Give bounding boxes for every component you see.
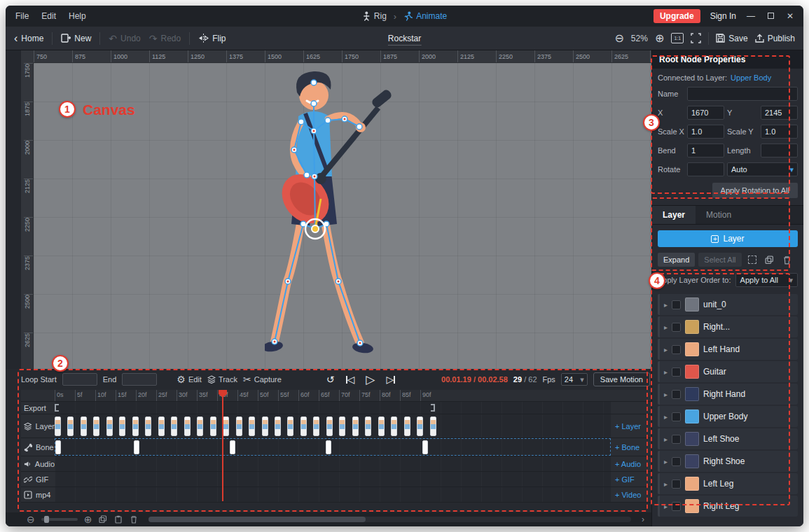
chevron-right-icon[interactable]: ▸ <box>664 391 668 398</box>
reset-button[interactable]: ↺ <box>326 374 335 384</box>
layer-keyframe[interactable] <box>300 416 307 436</box>
add-video-track-button[interactable]: + Video <box>615 491 641 499</box>
duplicate-frame-button[interactable] <box>98 515 107 524</box>
x-input[interactable] <box>687 106 724 120</box>
layer-keyframe[interactable] <box>184 416 191 436</box>
layer-keyframe[interactable] <box>119 416 125 436</box>
save-motion-button[interactable]: Save Motion <box>593 372 650 386</box>
layer-keyframe[interactable] <box>430 416 436 436</box>
layer-keyframe[interactable] <box>67 416 74 436</box>
tab-motion[interactable]: Motion <box>696 206 742 224</box>
play-button[interactable]: ▷ <box>366 374 375 386</box>
layer-keyframe[interactable] <box>352 416 359 436</box>
actual-size-button[interactable]: 1:1 <box>671 33 684 43</box>
bone-keyframe[interactable] <box>134 440 139 454</box>
upgrade-button[interactable]: Upgrade <box>654 9 700 23</box>
scale-y-input[interactable] <box>761 125 798 139</box>
delete-frame-button[interactable] <box>129 515 138 524</box>
rig-mode-button[interactable]: Rig <box>362 11 387 21</box>
chevron-right-icon[interactable]: ▸ <box>664 301 668 309</box>
layer-keyframe[interactable] <box>378 416 385 436</box>
new-button[interactable]: New <box>61 34 91 43</box>
bend-input[interactable] <box>687 144 724 158</box>
capture-button[interactable]: ✂ Capture <box>243 374 282 384</box>
zoom-slider-thumb[interactable] <box>44 516 49 523</box>
fullscreen-button[interactable] <box>691 33 701 43</box>
layer-checkbox[interactable] <box>672 457 681 466</box>
minimize-button[interactable]: — <box>746 11 756 21</box>
layer-keyframe[interactable] <box>171 416 177 436</box>
layer-row[interactable]: ▸ Left Leg <box>658 473 798 494</box>
export-track[interactable] <box>55 402 611 414</box>
playhead-line[interactable] <box>222 390 223 501</box>
layer-row[interactable]: ▸ Right... <box>658 316 798 337</box>
add-audio-track-button[interactable]: + Audio <box>615 460 641 468</box>
layer-keyframe[interactable] <box>287 416 293 436</box>
layer-row[interactable]: ▸ Right Shoe <box>658 451 798 472</box>
bone-keyframe[interactable] <box>55 440 61 454</box>
layer-checkbox[interactable] <box>672 345 681 354</box>
drag-handle[interactable] <box>658 451 660 472</box>
edit-button[interactable]: ⚙ Edit <box>177 374 202 384</box>
layer-checkbox[interactable] <box>672 435 681 444</box>
gif-track[interactable] <box>55 472 611 486</box>
copy-layer-button[interactable] <box>763 253 777 267</box>
drag-handle[interactable] <box>658 316 660 337</box>
add-bone-track-button[interactable]: + Bone <box>615 443 639 451</box>
chevron-right-icon[interactable]: ▸ <box>664 503 668 510</box>
export-range-start-handle[interactable] <box>55 404 59 412</box>
menu-item[interactable]: File <box>15 11 29 21</box>
expand-button[interactable]: Expand <box>658 253 695 267</box>
zoom-in-button[interactable]: ⊕ <box>655 33 664 44</box>
scale-x-input[interactable] <box>687 125 724 139</box>
bone-keyframe[interactable] <box>230 440 235 454</box>
layer-track[interactable] <box>55 414 611 438</box>
apply-rotation-button[interactable]: Apply Rotation to All <box>712 183 798 198</box>
timeline-horizontal-scrollbar[interactable] <box>148 517 631 522</box>
canvas-grid[interactable] <box>34 63 651 369</box>
audio-track[interactable] <box>55 456 611 471</box>
drag-handle[interactable] <box>658 496 660 517</box>
mp4-track[interactable] <box>55 487 611 502</box>
name-input[interactable] <box>687 87 798 101</box>
layer-row[interactable]: ▸ Left Hand <box>658 339 798 360</box>
layer-keyframe[interactable] <box>145 416 151 436</box>
layer-keyframe[interactable] <box>158 416 165 436</box>
drag-handle[interactable] <box>658 294 660 315</box>
drag-handle[interactable] <box>658 428 660 449</box>
scrollbar-thumb[interactable] <box>148 517 366 522</box>
layer-checkbox[interactable] <box>672 300 681 309</box>
layer-keyframe[interactable] <box>210 416 216 436</box>
add-gif-track-button[interactable]: + GIF <box>615 475 635 484</box>
home-button[interactable]: ‹ Home <box>14 33 43 44</box>
layer-keyframe[interactable] <box>223 416 229 436</box>
layer-row[interactable]: ▸ Right Hand <box>658 384 798 405</box>
layer-row[interactable]: ▸ Left Shoe <box>658 428 798 449</box>
timeline-zoom-out-button[interactable]: ⊖ <box>27 514 35 524</box>
canvas-area[interactable]: 7508751000112512501375150016251750187520… <box>21 50 651 369</box>
select-all-button[interactable]: Select All <box>698 253 741 267</box>
connected-layer-value[interactable]: Upper Body <box>731 74 771 82</box>
bone-keyframe[interactable] <box>326 440 331 454</box>
chevron-right-icon[interactable]: ▸ <box>664 346 668 354</box>
layer-checkbox[interactable] <box>672 502 681 511</box>
flip-button[interactable]: Flip <box>198 34 226 43</box>
scroll-right-arrow[interactable]: › <box>642 514 644 524</box>
layer-checkbox[interactable] <box>672 479 681 489</box>
layer-keyframe[interactable] <box>365 416 371 436</box>
layer-keyframe[interactable] <box>391 416 397 436</box>
chevron-right-icon[interactable]: ▸ <box>664 480 668 488</box>
layer-keyframe[interactable] <box>132 416 139 436</box>
marquee-select-button[interactable] <box>745 253 759 267</box>
sign-in-button[interactable]: Sign In <box>710 11 736 21</box>
chevron-right-icon[interactable]: ▸ <box>664 413 668 421</box>
add-layer-track-button[interactable]: + Layer <box>615 422 641 430</box>
add-layer-button[interactable]: + Layer <box>658 230 798 247</box>
menu-item[interactable]: Help <box>69 11 86 21</box>
layer-row[interactable]: ▸ Right Leg <box>658 496 798 517</box>
layer-keyframe[interactable] <box>93 416 99 436</box>
track-button[interactable]: Track <box>207 375 237 384</box>
drag-handle[interactable] <box>658 473 660 494</box>
export-range-end-handle[interactable] <box>431 404 435 412</box>
apply-order-dropdown[interactable]: Apply to All ▾ <box>735 273 798 287</box>
